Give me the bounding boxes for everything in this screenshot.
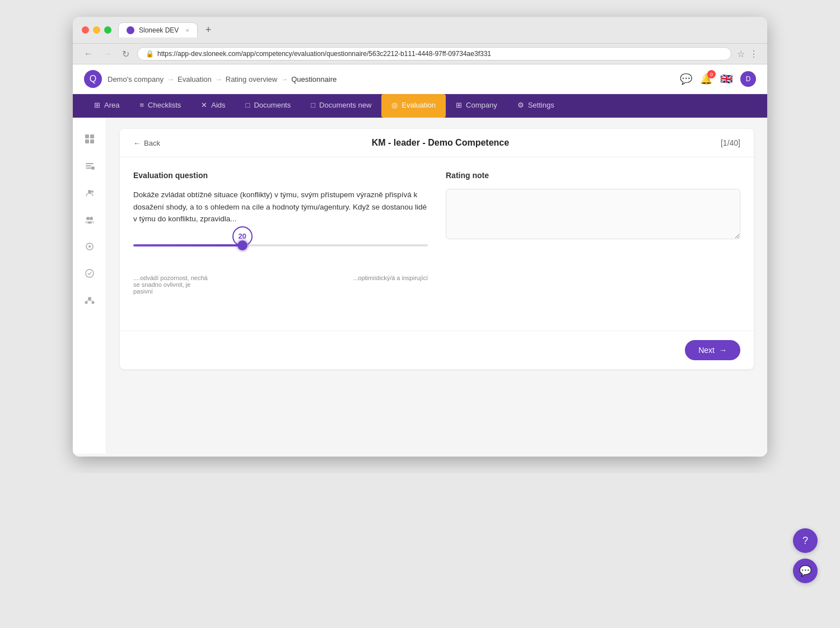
breadcrumb-rating-overview[interactable]: Rating overview bbox=[226, 75, 278, 83]
back-arrow-icon: ← bbox=[133, 139, 141, 147]
sidebar-item-4[interactable] bbox=[73, 207, 106, 232]
nav-item-area[interactable]: ⊞ Area bbox=[84, 94, 129, 118]
card-columns: Evaluation question Dokáže zvládat obtíž… bbox=[133, 171, 740, 317]
evaluation-question-column: Evaluation question Dokáže zvládat obtíž… bbox=[133, 171, 428, 317]
breadcrumb-evaluation[interactable]: Evaluation bbox=[178, 75, 212, 83]
rating-note-column: Rating note bbox=[446, 171, 740, 317]
content-area: ← Back KM - leader - Demo Competence [1/… bbox=[73, 118, 767, 454]
slider-fill bbox=[133, 244, 242, 246]
nav-label-checklists: Checklists bbox=[148, 101, 181, 109]
card-header: ← Back KM - leader - Demo Competence [1/… bbox=[120, 129, 754, 157]
minimize-button[interactable] bbox=[93, 26, 100, 34]
slider-label-right: ...optimistický/á a inspirující bbox=[353, 275, 428, 295]
tab-close-button[interactable]: × bbox=[185, 27, 189, 34]
rating-note-label: Rating note bbox=[446, 171, 740, 180]
svg-point-8 bbox=[88, 190, 91, 193]
card-counter: [1/40] bbox=[721, 138, 740, 147]
sidebar-icon-4 bbox=[84, 214, 95, 225]
svg-point-16 bbox=[85, 301, 87, 304]
refresh-button[interactable]: ↻ bbox=[120, 48, 132, 61]
maximize-button[interactable] bbox=[104, 26, 111, 34]
sidebar-item-2[interactable] bbox=[73, 153, 106, 178]
back-nav-button[interactable]: ← bbox=[82, 48, 95, 60]
sidebar-icon-7 bbox=[84, 295, 95, 306]
browser-tab[interactable]: Sloneek DEV × bbox=[118, 22, 198, 38]
sidebar-item-5[interactable] bbox=[73, 234, 106, 259]
next-arrow-icon: → bbox=[719, 346, 727, 355]
menu-icon[interactable]: ⋮ bbox=[749, 49, 758, 59]
forward-nav-button[interactable]: → bbox=[101, 48, 114, 60]
sidebar bbox=[73, 118, 106, 454]
browser-titlebar: Sloneek DEV × + bbox=[73, 17, 767, 44]
settings-icon: ⚙ bbox=[517, 101, 524, 109]
language-flag[interactable]: 🇬🇧 bbox=[720, 73, 732, 85]
breadcrumb-sep-2: → bbox=[215, 75, 222, 83]
next-button[interactable]: Next → bbox=[685, 340, 740, 360]
svg-point-7 bbox=[91, 166, 95, 170]
breadcrumb-sep-3: → bbox=[281, 75, 288, 83]
back-label: Back bbox=[144, 139, 160, 147]
close-button[interactable] bbox=[82, 26, 89, 34]
svg-point-11 bbox=[90, 217, 93, 220]
address-actions: ☆ ⋮ bbox=[737, 49, 758, 59]
card-title: KM - leader - Demo Competence bbox=[372, 138, 509, 148]
url-text: https://app-dev.sloneek.com/app/competen… bbox=[157, 50, 491, 58]
rating-note-textarea[interactable] bbox=[446, 189, 740, 239]
top-nav-right: 💬 🔔 0 🇬🇧 D bbox=[680, 71, 756, 87]
svg-point-10 bbox=[86, 217, 90, 220]
url-bar[interactable]: 🔒 https://app-dev.sloneek.com/app/compet… bbox=[137, 47, 731, 61]
tab-favicon bbox=[127, 26, 134, 34]
company-icon: ⊞ bbox=[456, 101, 462, 109]
nav-item-checklists[interactable]: ≡ Checklists bbox=[129, 94, 191, 118]
user-avatar[interactable]: D bbox=[740, 71, 756, 87]
card-footer: Next → bbox=[120, 331, 754, 369]
nav-label-documents: Documents bbox=[254, 101, 291, 109]
nav-item-settings[interactable]: ⚙ Settings bbox=[507, 94, 564, 118]
nav-item-documents[interactable]: □ Documents bbox=[236, 94, 301, 118]
nav-item-documents-new[interactable]: □ Documents new bbox=[301, 94, 381, 118]
breadcrumb-company[interactable]: Demo's company bbox=[108, 75, 164, 83]
svg-point-13 bbox=[88, 245, 91, 248]
main-content-area: ← Back KM - leader - Demo Competence [1/… bbox=[106, 118, 767, 454]
documents-icon: □ bbox=[246, 101, 250, 109]
slider-container: 20 ....odvádí pozornost, nechá se snadno… bbox=[133, 239, 428, 317]
sidebar-icon-6 bbox=[84, 268, 95, 279]
slider-label-left: ....odvádí pozornost, nechá se snadno ov… bbox=[133, 275, 212, 295]
notification-bell[interactable]: 🔔 0 bbox=[700, 73, 712, 85]
sidebar-item-6[interactable] bbox=[73, 261, 106, 286]
documents-new-icon: □ bbox=[311, 101, 315, 109]
new-tab-button[interactable]: + bbox=[202, 23, 215, 37]
question-text: Dokáže zvládat obtížné situace (konflikt… bbox=[133, 189, 428, 225]
notification-badge: 0 bbox=[707, 70, 716, 78]
nav-item-evaluation[interactable]: ◎ Evaluation bbox=[381, 94, 446, 118]
svg-rect-2 bbox=[85, 139, 89, 143]
sidebar-item-7[interactable] bbox=[73, 288, 106, 313]
app-logo: Q bbox=[84, 70, 102, 88]
top-nav-left: Q Demo's company → Evaluation → Rating o… bbox=[84, 70, 337, 88]
svg-rect-0 bbox=[85, 134, 89, 138]
lock-icon: 🔒 bbox=[146, 50, 154, 58]
slider-labels: ....odvádí pozornost, nechá se snadno ov… bbox=[133, 275, 428, 295]
nav-item-aids[interactable]: ✕ Aids bbox=[191, 94, 235, 118]
breadcrumb: Demo's company → Evaluation → Rating ove… bbox=[108, 75, 337, 83]
svg-point-17 bbox=[91, 301, 94, 304]
nav-label-company: Company bbox=[466, 101, 497, 109]
sidebar-item-1[interactable] bbox=[73, 127, 106, 151]
svg-rect-4 bbox=[86, 163, 94, 164]
svg-point-9 bbox=[91, 190, 94, 193]
questionnaire-card: ← Back KM - leader - Demo Competence [1/… bbox=[120, 129, 754, 369]
nav-item-company[interactable]: ⊞ Company bbox=[446, 94, 507, 118]
back-link[interactable]: ← Back bbox=[133, 139, 160, 147]
bookmark-icon[interactable]: ☆ bbox=[737, 49, 745, 59]
area-icon: ⊞ bbox=[94, 101, 100, 109]
tab-bar: Sloneek DEV × + bbox=[118, 22, 758, 38]
sidebar-item-3[interactable] bbox=[73, 180, 106, 205]
nav-label-settings: Settings bbox=[528, 101, 554, 109]
tab-title: Sloneek DEV bbox=[139, 26, 179, 34]
breadcrumb-sep-1: → bbox=[167, 75, 174, 83]
evaluation-question-label: Evaluation question bbox=[133, 171, 428, 180]
nav-label-aids: Aids bbox=[211, 101, 225, 109]
chat-icon[interactable]: 💬 bbox=[680, 73, 692, 85]
slider-thumb[interactable] bbox=[237, 240, 248, 250]
breadcrumb-questionnaire[interactable]: Questionnaire bbox=[291, 75, 337, 83]
